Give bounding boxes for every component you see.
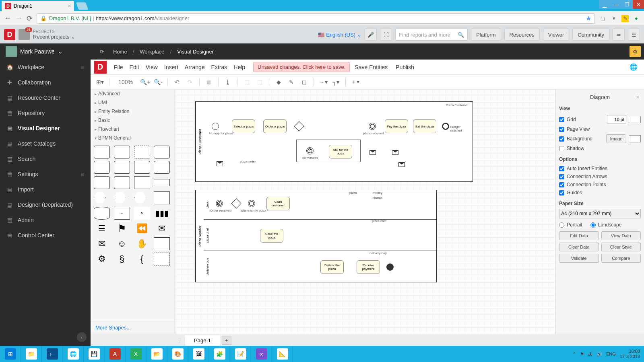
- shape-stencil[interactable]: [94, 191, 106, 204]
- bpmn-message-start[interactable]: ✉: [216, 200, 223, 207]
- sidebar-item-collaboration[interactable]: ✚Collaboration: [0, 75, 91, 90]
- taskbar-app[interactable]: 🎨: [167, 346, 188, 362]
- shape-stencil[interactable]: ☺: [114, 237, 130, 250]
- crumb-home[interactable]: Home: [113, 49, 127, 55]
- sidebar-item-control-center[interactable]: ▤Control Center: [0, 228, 91, 243]
- compare-button[interactable]: Compare: [601, 254, 641, 263]
- shape-category[interactable]: UML: [91, 98, 175, 107]
- shadow-toggle-icon[interactable]: ◻: [299, 77, 310, 87]
- shape-stencil[interactable]: [94, 146, 110, 158]
- bpmn-intermediate-event[interactable]: [369, 123, 376, 130]
- shadow-checkbox[interactable]: [559, 146, 564, 151]
- shape-stencil[interactable]: ☰: [94, 222, 110, 235]
- shape-stencil[interactable]: ⏪: [134, 222, 150, 235]
- undo-icon[interactable]: ↶: [172, 77, 182, 87]
- shape-category[interactable]: Basic: [91, 116, 175, 125]
- bpmn-pool[interactable]: Pizza vendor clerk pizza chef delivery b…: [195, 190, 437, 282]
- shape-stencil[interactable]: [134, 146, 150, 158]
- shape-stencil[interactable]: ✉: [154, 222, 170, 235]
- shape-stencil[interactable]: [154, 146, 170, 158]
- shape-stencil[interactable]: §: [114, 253, 130, 265]
- bpmn-task[interactable]: Order a pizza: [263, 119, 287, 133]
- collapse-sidebar-icon[interactable]: ‹: [77, 332, 87, 342]
- shape-stencil[interactable]: [154, 179, 170, 186]
- app-logo[interactable]: D: [4, 29, 15, 40]
- fullscreen-icon[interactable]: ⛶: [380, 29, 392, 41]
- window-close[interactable]: ✕: [633, 0, 644, 9]
- shape-stencil[interactable]: [134, 176, 150, 189]
- recent-projects-dropdown[interactable]: Recent projects ⌄: [33, 34, 75, 40]
- grid-color-swatch[interactable]: [629, 116, 641, 123]
- taskbar-app[interactable]: ›_: [42, 346, 63, 362]
- bpmn-timer-event[interactable]: ⏱: [306, 147, 314, 154]
- background-color-swatch[interactable]: [629, 135, 641, 142]
- shape-category[interactable]: Flowchart: [91, 125, 175, 134]
- background-image-button[interactable]: Image: [606, 134, 626, 143]
- clear-style-button[interactable]: Clear Style: [601, 243, 641, 251]
- globe-icon[interactable]: 🌐: [630, 63, 641, 71]
- option-checkbox[interactable]: [559, 174, 564, 179]
- taskbar-app[interactable]: 💾: [84, 346, 105, 362]
- bpmn-pool[interactable]: Pizza Customer Pizza Customer Hungry for…: [195, 101, 473, 182]
- bpmn-gateway[interactable]: [231, 198, 241, 208]
- shape-stencil[interactable]: [134, 191, 146, 204]
- shape-stencil[interactable]: ＋: [114, 207, 130, 220]
- zoom-in-icon[interactable]: 🔍+: [140, 77, 151, 87]
- community-button[interactable]: Community: [572, 29, 609, 41]
- shape-stencil[interactable]: [94, 207, 110, 220]
- shape-stencil[interactable]: [154, 191, 170, 204]
- option-checkbox[interactable]: [559, 190, 564, 195]
- bpmn-end-event[interactable]: [442, 123, 449, 130]
- refresh-icon[interactable]: ⟳: [96, 46, 107, 57]
- bpmn-task[interactable]: Ask for the pizza: [329, 145, 352, 158]
- address-field[interactable]: 🔒 Dragon1 B.V. [NL] | https://www.dragon…: [37, 13, 595, 24]
- shape-category[interactable]: BPMN General: [91, 134, 175, 142]
- menu-extras[interactable]: Extras: [208, 62, 231, 72]
- portrait-radio[interactable]: [559, 222, 564, 228]
- add-icon[interactable]: ＋▾: [350, 77, 360, 87]
- shape-stencil[interactable]: [114, 146, 130, 158]
- add-page-button[interactable]: ＋: [222, 336, 231, 345]
- taskbar-app[interactable]: 🖼: [188, 346, 209, 362]
- start-button[interactable]: ⊞: [0, 346, 21, 362]
- pageview-checkbox[interactable]: [559, 127, 564, 132]
- taskbar-app[interactable]: 📝: [230, 346, 251, 362]
- edit-data-button[interactable]: Edit Data: [559, 231, 599, 240]
- sidebar-item-designer-depricated-[interactable]: ▤Designer (Depricated): [0, 197, 91, 212]
- tray-language[interactable]: ENG: [606, 352, 616, 356]
- fillcolor-icon[interactable]: ◆: [273, 77, 284, 87]
- settings-gear-icon[interactable]: ⚙: [630, 46, 641, 57]
- layout-dropdown-icon[interactable]: ⊞▾: [95, 77, 105, 87]
- bpmn-task[interactable]: Eat the pizza: [413, 119, 436, 133]
- ext-icon-4[interactable]: ●: [633, 15, 640, 22]
- export-icon[interactable]: ⭳: [223, 77, 233, 87]
- taskbar-app[interactable]: 📐: [272, 346, 293, 362]
- shape-stencil[interactable]: [114, 191, 126, 204]
- shape-stencil[interactable]: [94, 161, 110, 174]
- ext-icon-2[interactable]: ▾: [610, 15, 617, 22]
- mic-icon[interactable]: 🎤: [365, 29, 377, 41]
- taskbar-app[interactable]: 📂: [147, 346, 167, 362]
- save-entities-button[interactable]: Save Entities: [351, 62, 391, 72]
- app-search-input[interactable]: Find reports and more🔍: [395, 29, 468, 41]
- shape-category[interactable]: Advanced: [91, 89, 175, 98]
- resources-button[interactable]: Resources: [504, 29, 540, 41]
- option-checkbox[interactable]: [559, 182, 564, 187]
- sidebar-item-admin[interactable]: ▤Admin: [0, 212, 91, 228]
- menu-arrange[interactable]: Arrange: [182, 62, 208, 72]
- validate-button[interactable]: Validate: [559, 254, 599, 263]
- sidebar-item-workplace[interactable]: 🏠Workplace⊞: [0, 60, 91, 75]
- shape-stencil[interactable]: [114, 161, 130, 174]
- shape-stencil[interactable]: [94, 176, 110, 189]
- shape-stencil[interactable]: ▮▮▮: [154, 207, 170, 220]
- shape-category[interactable]: Entity Relation: [91, 107, 175, 116]
- waypoint-icon[interactable]: ┐▾: [331, 77, 341, 87]
- bpmn-end-event[interactable]: [386, 263, 394, 271]
- window-minimize[interactable]: ▁: [599, 0, 610, 9]
- taskbar-app[interactable]: ∞: [251, 346, 272, 362]
- shape-stencil[interactable]: ↻: [134, 207, 150, 220]
- shape-stencil[interactable]: [154, 161, 170, 174]
- zoom-dropdown[interactable]: 100%: [114, 79, 138, 85]
- sidebar-item-import[interactable]: ▤Import: [0, 182, 91, 197]
- bpmn-task[interactable]: Pay the pizza: [385, 119, 408, 133]
